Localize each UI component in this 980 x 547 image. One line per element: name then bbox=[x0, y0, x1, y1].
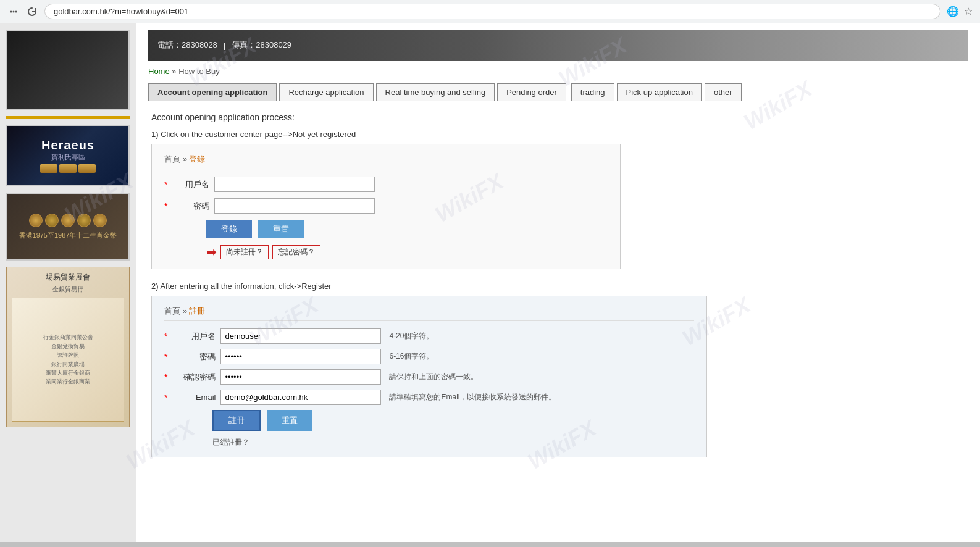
top-banner: 電話：28308028 | 傳真：28308029 bbox=[148, 30, 968, 61]
password-row: * 密碼 bbox=[164, 198, 608, 214]
login-form-box: 首頁 » 登錄 * 用戶名 * 密碼 登錄 重置 bbox=[151, 144, 621, 269]
translate-icon[interactable]: 🌐 bbox=[947, 6, 959, 17]
heraeus-sub: 賀利氏專區 bbox=[40, 152, 96, 162]
reg-password-required: * bbox=[164, 352, 167, 362]
process-title: Account opening application process: bbox=[151, 112, 965, 122]
heraeus-brand: Heraeus bbox=[40, 138, 96, 152]
tab-pending-order[interactable]: Pending order bbox=[497, 83, 566, 101]
coins-text: 香港1975至1987年十二生肖金幣 bbox=[17, 231, 120, 240]
tab-trading[interactable]: trading bbox=[571, 83, 614, 101]
refresh-button[interactable] bbox=[26, 6, 38, 18]
breadcrumb-current: How to Buy bbox=[178, 67, 219, 76]
browser-actions: 🌐 ☆ bbox=[947, 6, 973, 17]
step1-label: 1) Click on the customer center page-->N… bbox=[151, 130, 965, 139]
reg-confirm-hint: 請保持和上面的密碼一致。 bbox=[389, 372, 478, 382]
sidebar-document-banner[interactable]: 場易貿業展會 金銀貿易行 行金銀商業同業公會金銀兌換貿易認許牌照銀行同業廣場匯豐… bbox=[6, 267, 130, 427]
bookmark-icon[interactable]: ☆ bbox=[964, 6, 973, 17]
arrow-icon: ➡ bbox=[206, 244, 217, 259]
login-button[interactable]: 登錄 bbox=[206, 220, 252, 238]
sidebar-announcement-banner[interactable]: 最新公告 bbox=[6, 30, 130, 110]
tab-recharge[interactable]: Recharge application bbox=[279, 83, 373, 101]
step2-label: 2) After entering all the information, c… bbox=[151, 282, 965, 291]
reg-form-box: 首頁 » 註冊 * 用戶名 4-20個字符。 * 密碼 6-16個字符。 bbox=[151, 296, 707, 457]
document-subtitle: 金銀貿易行 bbox=[52, 285, 83, 294]
reg-form-header: 首頁 » 註冊 bbox=[164, 306, 694, 321]
reg-buttons: 註冊 重置 bbox=[212, 410, 694, 431]
sidebar-heraeus-banner[interactable]: Heraeus 賀利氏專區 bbox=[6, 125, 130, 186]
username-row: * 用戶名 bbox=[164, 177, 608, 192]
reg-email-required: * bbox=[164, 393, 167, 403]
heraeus-content: Heraeus 賀利氏專區 bbox=[40, 138, 96, 173]
yellow-divider bbox=[6, 116, 130, 119]
reg-email-hint: 請準確填寫您的Email，以便接收系統發送的郵件。 bbox=[389, 392, 556, 403]
svg-point-0 bbox=[10, 10, 12, 12]
sidebar: 最新公告 Heraeus 賀利氏專區 bbox=[0, 23, 136, 542]
sidebar-coins-banner[interactable]: 香港1975至1987年十二生肖金幣 bbox=[6, 193, 130, 261]
reg-confirm-required: * bbox=[164, 372, 167, 382]
register-button[interactable]: 註冊 bbox=[212, 410, 261, 431]
reg-username-row: * 用戶名 4-20個字符。 bbox=[164, 328, 694, 344]
login-links: ➡ 尚未註冊？ 忘記密碼？ bbox=[206, 244, 608, 259]
document-title: 場易貿業展會 bbox=[46, 272, 90, 283]
reg-confirm-row: * 確認密碼 請保持和上面的密碼一致。 bbox=[164, 369, 694, 385]
username-label: 用戶名 bbox=[172, 179, 209, 190]
nav-tabs: Account opening application Recharge app… bbox=[148, 83, 968, 101]
reg-password-label: 密碼 bbox=[172, 351, 216, 362]
separator: | bbox=[224, 41, 225, 50]
login-breadcrumb: 首頁 » 登錄 bbox=[164, 154, 205, 164]
reg-email-input[interactable] bbox=[220, 390, 381, 405]
reg-password-input[interactable] bbox=[220, 349, 381, 364]
reg-footer: 已經註冊？ bbox=[212, 437, 694, 448]
breadcrumb: Home » How to Buy bbox=[148, 67, 968, 76]
password-label: 密碼 bbox=[172, 201, 209, 212]
tab-pickup[interactable]: Pick up application bbox=[617, 83, 702, 101]
password-input[interactable] bbox=[214, 198, 375, 214]
fax-text: 傳真：28308029 bbox=[232, 40, 291, 51]
login-reset-button[interactable]: 重置 bbox=[258, 220, 304, 238]
reg-email-row: * Email 請準確填寫您的Email，以便接收系統發送的郵件。 bbox=[164, 390, 694, 405]
page-wrapper: 最新公告 Heraeus 賀利氏專區 bbox=[0, 23, 980, 542]
reg-reset-button[interactable]: 重置 bbox=[267, 410, 312, 431]
not-registered-link[interactable]: 尚未註冊？ bbox=[220, 245, 269, 259]
username-input[interactable] bbox=[214, 177, 375, 192]
password-required: * bbox=[164, 201, 167, 211]
reg-email-label: Email bbox=[172, 393, 216, 402]
login-buttons: 登錄 重置 bbox=[206, 220, 608, 238]
reg-password-row: * 密碼 6-16個字符。 bbox=[164, 349, 694, 364]
login-form-header: 首頁 » 登錄 bbox=[164, 154, 608, 169]
reg-username-label: 用戶名 bbox=[172, 331, 216, 342]
content-area: Account opening application process: 1) … bbox=[148, 112, 968, 457]
tab-account-opening[interactable]: Account opening application bbox=[148, 83, 277, 101]
forgot-password-link[interactable]: 忘記密碼？ bbox=[272, 245, 320, 259]
reg-username-required: * bbox=[164, 332, 167, 341]
breadcrumb-home[interactable]: Home bbox=[148, 67, 170, 76]
url-bar[interactable]: goldbar.com.hk/?m=howtobuy&d=001 bbox=[44, 4, 940, 19]
browser-chrome: goldbar.com.hk/?m=howtobuy&d=001 🌐 ☆ bbox=[0, 0, 980, 23]
reg-username-hint: 4-20個字符。 bbox=[389, 331, 433, 341]
menu-icon[interactable] bbox=[7, 6, 20, 18]
tab-real-time[interactable]: Real time buying and selling bbox=[376, 83, 495, 101]
svg-point-2 bbox=[15, 10, 17, 12]
tab-other[interactable]: other bbox=[705, 83, 742, 101]
phone-text: 電話：28308028 bbox=[157, 40, 217, 51]
breadcrumb-separator: » bbox=[172, 67, 178, 76]
reg-password-hint: 6-16個字符。 bbox=[389, 351, 433, 362]
already-registered-text: 已經註冊？ bbox=[212, 438, 249, 446]
reg-confirm-label: 確認密碼 bbox=[172, 372, 216, 383]
username-required: * bbox=[164, 180, 167, 190]
reg-username-input[interactable] bbox=[220, 328, 381, 344]
reg-confirm-input[interactable] bbox=[220, 369, 381, 385]
main-content: 電話：28308028 | 傳真：28308029 Home » How to … bbox=[136, 23, 980, 542]
svg-point-1 bbox=[13, 10, 15, 12]
